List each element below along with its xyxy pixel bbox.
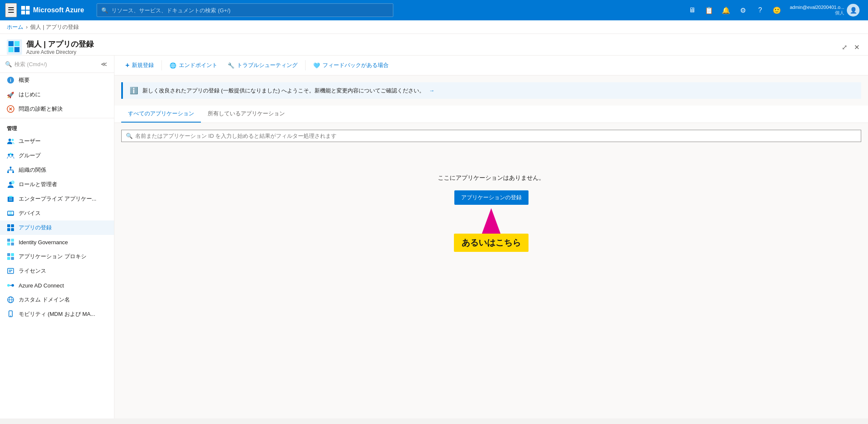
heart-icon: 🩵 <box>313 62 320 69</box>
search-input[interactable] <box>111 7 389 14</box>
sidebar-item-diagnose[interactable]: 問題の診断と解決 <box>0 102 114 116</box>
sidebar-item-org[interactable]: 組織の関係 <box>0 163 114 177</box>
device-icon <box>7 209 14 217</box>
help-button[interactable]: ? <box>752 3 768 18</box>
proxy-icon <box>7 253 14 260</box>
global-search[interactable]: 🔍 <box>97 3 393 17</box>
empty-state-message: ここにアプリケーションはありません。 <box>438 174 545 182</box>
info-banner-text: 新しく改良されたアプリの登録 (一般提供になりました) へようこそ。新機能と変更… <box>142 87 425 95</box>
svg-point-56 <box>10 315 11 316</box>
svg-point-11 <box>8 139 11 141</box>
identity-icon <box>7 238 14 246</box>
sidebar-item-mobility[interactable]: モビリティ (MDM および MA... <box>0 307 114 321</box>
page-title-block: 個人 | アプリの登録 Azure Active Directory <box>26 39 94 55</box>
svg-rect-1 <box>8 41 14 46</box>
breadcrumb-home[interactable]: ホーム <box>7 23 23 31</box>
sidebar-item-label: 組織の関係 <box>19 166 46 174</box>
sidebar-item-domain[interactable]: カスタム ドメイン名 <box>0 293 114 307</box>
register-app-button[interactable]: アプリケーションの登録 <box>454 190 529 205</box>
svg-rect-17 <box>7 171 9 173</box>
info-banner-link[interactable]: → <box>429 87 434 94</box>
cloud-shell-button[interactable]: 🖥 <box>684 3 700 18</box>
role-icon: ★ <box>7 181 14 188</box>
sidebar-item-app-register[interactable]: アプリの登録 <box>0 220 114 235</box>
svg-rect-42 <box>11 253 14 256</box>
sidebar-item-identity-governance[interactable]: Identity Governance <box>0 235 114 249</box>
breadcrumb: ホーム › 個人 | アプリの登録 <box>0 20 868 34</box>
svg-rect-31 <box>9 212 12 215</box>
sidebar-item-label: Identity Governance <box>19 239 68 245</box>
sidebar-section-manage: 管理 <box>0 120 114 134</box>
sidebar-item-label: 問題の診断と解決 <box>19 105 63 113</box>
app-search-icon: 🔍 <box>126 133 133 139</box>
group-icon <box>7 152 14 159</box>
endpoints-label: エンドポイント <box>179 61 217 69</box>
svg-rect-48 <box>9 269 12 270</box>
sidebar-item-devices[interactable]: デバイス <box>0 206 114 220</box>
sidebar-collapse-button[interactable]: ≪ <box>99 59 109 69</box>
content-area: + 新規登録 🌐 エンドポイント 🔧 トラブルシューティング 🩵 フィー <box>114 56 868 418</box>
wrench-icon: 🔧 <box>228 62 234 69</box>
svg-rect-4 <box>14 47 19 52</box>
sidebar-item-roles[interactable]: ★ ロールと管理者 <box>0 177 114 192</box>
sidebar-item-label: アプリの登録 <box>19 224 52 232</box>
feedback-button[interactable]: 🙂 <box>769 3 785 18</box>
info-banner-icon: ℹ️ <box>130 86 138 95</box>
feedback-button[interactable]: 🩵 フィードバックがある場合 <box>309 59 393 72</box>
user-menu[interactable]: admin@eval20200401.o... 個人 👤 <box>786 2 863 18</box>
settings-button[interactable]: ⚙ <box>735 3 751 18</box>
close-button[interactable]: ✕ <box>852 42 861 53</box>
directory-button[interactable]: 📋 <box>701 3 717 18</box>
new-registration-button[interactable]: + 新規登録 <box>121 59 158 72</box>
sidebar-item-label: 概要 <box>19 76 30 84</box>
sidebar-item-groups[interactable]: グループ <box>0 148 114 163</box>
sidebar-item-label: カスタム ドメイン名 <box>19 296 70 304</box>
sidebar-item-users[interactable]: ユーザー <box>0 134 114 148</box>
svg-rect-38 <box>11 239 14 242</box>
new-registration-label: 新規登録 <box>132 61 154 69</box>
svg-rect-39 <box>7 243 10 245</box>
sidebar-item-overview[interactable]: i 概要 <box>0 73 114 87</box>
svg-point-49 <box>7 284 10 287</box>
app-filter-search[interactable]: 🔍 <box>121 130 861 142</box>
feedback-label: フィードバックがある場合 <box>323 61 389 69</box>
sidebar-item-proxy[interactable]: アプリケーション プロキシ <box>0 249 114 264</box>
sidebar-item-start[interactable]: 🚀 はじめに <box>0 87 114 102</box>
app-filter-input[interactable] <box>135 133 857 139</box>
sidebar-item-aad-connect[interactable]: Azure AD Connect <box>0 278 114 293</box>
svg-rect-36 <box>11 228 14 231</box>
svg-rect-44 <box>11 257 14 260</box>
svg-rect-33 <box>7 224 10 227</box>
undock-button[interactable]: ⤢ <box>840 42 849 53</box>
svg-rect-2 <box>14 41 19 46</box>
sidebar-search-input[interactable] <box>14 61 97 67</box>
troubleshoot-label: トラブルシューティング <box>237 61 298 69</box>
sidebar-item-enterprise[interactable]: エンタープライズ アプリケー... <box>0 192 114 206</box>
annotation-label: あるいはこちら <box>454 234 529 252</box>
search-icon: 🔍 <box>101 7 108 14</box>
sidebar-item-label: ユーザー <box>19 137 41 145</box>
x-circle-icon <box>7 105 14 113</box>
notifications-button[interactable]: 🔔 <box>718 3 734 18</box>
sidebar-item-label: ロールと管理者 <box>19 181 57 188</box>
content-toolbar: + 新規登録 🌐 エンドポイント 🔧 トラブルシューティング 🩵 フィー <box>114 56 868 75</box>
connect-icon <box>7 282 14 289</box>
globe-icon: 🌐 <box>170 62 176 69</box>
svg-point-15 <box>10 153 12 155</box>
hamburger-button[interactable]: ☰ <box>5 3 17 17</box>
domain-icon <box>7 296 14 304</box>
org-icon <box>7 166 14 174</box>
info-banner: ℹ️ 新しく改良されたアプリの登録 (一般提供になりました) へようこそ。新機能… <box>121 82 861 99</box>
sidebar-item-license[interactable]: ライセンス <box>0 264 114 278</box>
tab-owned-apps[interactable]: 所有しているアプリケーション <box>201 106 292 123</box>
logo-squares <box>21 6 30 14</box>
tab-all-apps[interactable]: すべてのアプリケーション <box>121 106 201 123</box>
tab-owned-apps-label: 所有しているアプリケーション <box>208 110 285 117</box>
sidebar-item-label: はじめに <box>19 91 41 98</box>
troubleshoot-button[interactable]: 🔧 トラブルシューティング <box>223 59 302 72</box>
empty-state: ここにアプリケーションはありません。 アプリケーションの登録 あるいはこちら <box>114 149 868 277</box>
endpoints-button[interactable]: 🌐 エンドポイント <box>165 59 222 72</box>
svg-rect-16 <box>10 167 11 168</box>
app-logo: Microsoft Azure <box>21 6 84 14</box>
info-icon: i <box>7 76 14 84</box>
